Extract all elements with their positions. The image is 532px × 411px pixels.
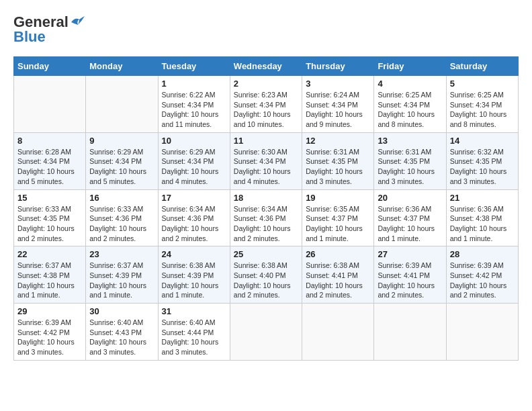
day-number: 10 — [162, 136, 226, 146]
calendar-day-cell: 20 Sunrise: 6:36 AM Sunset: 4:37 PM Dayl… — [374, 189, 446, 246]
calendar-day-cell: 24 Sunrise: 6:38 AM Sunset: 4:39 PM Dayl… — [158, 246, 230, 304]
day-number: 27 — [378, 249, 442, 259]
day-number: 16 — [89, 193, 154, 203]
day-number: 31 — [162, 306, 226, 316]
day-number: 15 — [17, 193, 82, 203]
weekday-header-cell: Wednesday — [230, 57, 302, 76]
day-info: Sunrise: 6:38 AM Sunset: 4:39 PM Dayligh… — [162, 261, 226, 300]
calendar-day-cell: 15 Sunrise: 6:33 AM Sunset: 4:35 PM Dayl… — [14, 189, 86, 246]
day-info: Sunrise: 6:36 AM Sunset: 4:37 PM Dayligh… — [378, 204, 442, 244]
calendar-day-cell: 26 Sunrise: 6:38 AM Sunset: 4:41 PM Dayl… — [302, 246, 374, 304]
day-number: 8 — [17, 136, 82, 146]
calendar-week-row: 22 Sunrise: 6:37 AM Sunset: 4:38 PM Dayl… — [14, 246, 519, 304]
day-number: 30 — [89, 306, 154, 316]
weekday-header-row: SundayMondayTuesdayWednesdayThursdayFrid… — [14, 57, 519, 76]
calendar-day-cell: 1 Sunrise: 6:22 AM Sunset: 4:34 PM Dayli… — [158, 76, 230, 133]
day-info: Sunrise: 6:29 AM Sunset: 4:34 PM Dayligh… — [89, 147, 154, 187]
day-info: Sunrise: 6:36 AM Sunset: 4:38 PM Dayligh… — [450, 204, 515, 244]
calendar-day-cell: 5 Sunrise: 6:25 AM Sunset: 4:34 PM Dayli… — [446, 76, 518, 133]
day-info: Sunrise: 6:24 AM Sunset: 4:34 PM Dayligh… — [306, 90, 370, 130]
day-number: 11 — [234, 136, 298, 146]
day-info: Sunrise: 6:30 AM Sunset: 4:34 PM Dayligh… — [234, 147, 298, 187]
calendar-day-cell: 14 Sunrise: 6:32 AM Sunset: 4:35 PM Dayl… — [446, 132, 518, 189]
day-number: 25 — [234, 249, 298, 259]
weekday-header-cell: Friday — [374, 57, 446, 76]
calendar-day-cell: 9 Sunrise: 6:29 AM Sunset: 4:34 PM Dayli… — [86, 132, 158, 189]
day-number: 5 — [450, 79, 515, 89]
calendar-day-cell: 30 Sunrise: 6:40 AM Sunset: 4:43 PM Dayl… — [86, 304, 158, 361]
day-number: 29 — [17, 306, 82, 316]
calendar-day-cell: 29 Sunrise: 6:39 AM Sunset: 4:42 PM Dayl… — [14, 304, 86, 361]
day-number: 23 — [89, 249, 154, 259]
calendar-table: SundayMondayTuesdayWednesdayThursdayFrid… — [13, 56, 519, 361]
day-number: 9 — [89, 136, 154, 146]
calendar-day-cell: 17 Sunrise: 6:34 AM Sunset: 4:36 PM Dayl… — [158, 189, 230, 246]
calendar-day-cell: 4 Sunrise: 6:25 AM Sunset: 4:34 PM Dayli… — [374, 76, 446, 133]
day-info: Sunrise: 6:38 AM Sunset: 4:41 PM Dayligh… — [306, 261, 370, 300]
day-number: 17 — [162, 193, 226, 203]
day-info: Sunrise: 6:28 AM Sunset: 4:34 PM Dayligh… — [17, 147, 82, 187]
day-info: Sunrise: 6:32 AM Sunset: 4:35 PM Dayligh… — [450, 147, 515, 187]
day-number: 21 — [450, 193, 515, 203]
calendar-day-cell: 25 Sunrise: 6:38 AM Sunset: 4:40 PM Dayl… — [230, 246, 302, 304]
day-number: 28 — [450, 249, 515, 259]
day-info: Sunrise: 6:35 AM Sunset: 4:37 PM Dayligh… — [306, 204, 370, 244]
day-info: Sunrise: 6:25 AM Sunset: 4:34 PM Dayligh… — [378, 90, 442, 130]
calendar-day-cell: 27 Sunrise: 6:39 AM Sunset: 4:41 PM Dayl… — [374, 246, 446, 304]
day-info: Sunrise: 6:38 AM Sunset: 4:40 PM Dayligh… — [234, 261, 298, 300]
calendar-week-row: 8 Sunrise: 6:28 AM Sunset: 4:34 PM Dayli… — [14, 132, 519, 189]
calendar-day-cell — [302, 304, 374, 361]
calendar-day-cell: 19 Sunrise: 6:35 AM Sunset: 4:37 PM Dayl… — [302, 189, 374, 246]
day-info: Sunrise: 6:39 AM Sunset: 4:41 PM Dayligh… — [378, 261, 442, 300]
logo-blue: Blue — [13, 28, 46, 46]
page-header: General Blue — [13, 13, 519, 46]
calendar-day-cell: 18 Sunrise: 6:34 AM Sunset: 4:36 PM Dayl… — [230, 189, 302, 246]
calendar-day-cell: 23 Sunrise: 6:37 AM Sunset: 4:39 PM Dayl… — [86, 246, 158, 304]
day-number: 22 — [17, 249, 82, 259]
day-info: Sunrise: 6:33 AM Sunset: 4:35 PM Dayligh… — [17, 204, 82, 244]
day-info: Sunrise: 6:22 AM Sunset: 4:34 PM Dayligh… — [162, 90, 226, 130]
weekday-header-cell: Thursday — [302, 57, 374, 76]
day-info: Sunrise: 6:31 AM Sunset: 4:35 PM Dayligh… — [378, 147, 442, 187]
calendar-day-cell: 13 Sunrise: 6:31 AM Sunset: 4:35 PM Dayl… — [374, 132, 446, 189]
calendar-week-row: 15 Sunrise: 6:33 AM Sunset: 4:35 PM Dayl… — [14, 189, 519, 246]
day-info: Sunrise: 6:31 AM Sunset: 4:35 PM Dayligh… — [306, 147, 370, 187]
calendar-day-cell — [446, 304, 518, 361]
calendar-week-row: 29 Sunrise: 6:39 AM Sunset: 4:42 PM Dayl… — [14, 304, 519, 361]
day-info: Sunrise: 6:25 AM Sunset: 4:34 PM Dayligh… — [450, 90, 515, 130]
day-number: 12 — [306, 136, 370, 146]
day-info: Sunrise: 6:33 AM Sunset: 4:36 PM Dayligh… — [89, 204, 154, 244]
day-info: Sunrise: 6:39 AM Sunset: 4:42 PM Dayligh… — [17, 318, 82, 357]
day-number: 3 — [306, 79, 370, 89]
day-number: 18 — [234, 193, 298, 203]
day-info: Sunrise: 6:37 AM Sunset: 4:38 PM Dayligh… — [17, 261, 82, 300]
logo-bird-icon — [70, 15, 85, 29]
day-info: Sunrise: 6:40 AM Sunset: 4:44 PM Dayligh… — [162, 318, 226, 357]
weekday-header-cell: Tuesday — [158, 57, 230, 76]
calendar-day-cell: 31 Sunrise: 6:40 AM Sunset: 4:44 PM Dayl… — [158, 304, 230, 361]
day-number: 24 — [162, 249, 226, 259]
day-info: Sunrise: 6:39 AM Sunset: 4:42 PM Dayligh… — [450, 261, 515, 300]
calendar-day-cell: 22 Sunrise: 6:37 AM Sunset: 4:38 PM Dayl… — [14, 246, 86, 304]
day-info: Sunrise: 6:29 AM Sunset: 4:34 PM Dayligh… — [162, 147, 226, 187]
calendar-day-cell: 3 Sunrise: 6:24 AM Sunset: 4:34 PM Dayli… — [302, 76, 374, 133]
calendar-day-cell: 12 Sunrise: 6:31 AM Sunset: 4:35 PM Dayl… — [302, 132, 374, 189]
calendar-body: 1 Sunrise: 6:22 AM Sunset: 4:34 PM Dayli… — [14, 76, 519, 361]
weekday-header-cell: Monday — [86, 57, 158, 76]
calendar-day-cell — [374, 304, 446, 361]
day-number: 14 — [450, 136, 515, 146]
day-number: 2 — [234, 79, 298, 89]
day-number: 13 — [378, 136, 442, 146]
day-number: 20 — [378, 193, 442, 203]
calendar-day-cell — [86, 76, 158, 133]
calendar-day-cell: 28 Sunrise: 6:39 AM Sunset: 4:42 PM Dayl… — [446, 246, 518, 304]
day-info: Sunrise: 6:37 AM Sunset: 4:39 PM Dayligh… — [89, 261, 154, 300]
logo: General Blue — [13, 13, 85, 46]
calendar-week-row: 1 Sunrise: 6:22 AM Sunset: 4:34 PM Dayli… — [14, 76, 519, 133]
calendar-day-cell: 11 Sunrise: 6:30 AM Sunset: 4:34 PM Dayl… — [230, 132, 302, 189]
weekday-header-cell: Sunday — [14, 57, 86, 76]
calendar-day-cell — [14, 76, 86, 133]
calendar-day-cell: 21 Sunrise: 6:36 AM Sunset: 4:38 PM Dayl… — [446, 189, 518, 246]
calendar-day-cell: 16 Sunrise: 6:33 AM Sunset: 4:36 PM Dayl… — [86, 189, 158, 246]
day-number: 4 — [378, 79, 442, 89]
